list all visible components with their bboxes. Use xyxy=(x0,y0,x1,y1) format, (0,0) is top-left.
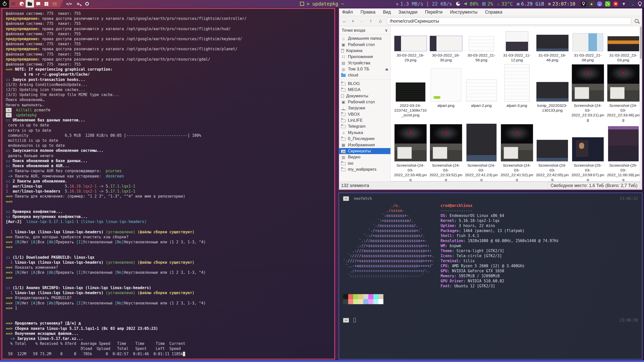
terminal-line: файловая система: 775 пакет: 755 xyxy=(6,21,331,26)
file-item[interactable]: 31-03-2022_21-08.png xyxy=(570,28,606,63)
history-dropdown[interactable]: ∨ xyxy=(351,19,355,23)
menu-item[interactable]: Файл xyxy=(342,10,353,15)
keepassxc-icon[interactable] xyxy=(581,1,586,7)
workspace-power[interactable] xyxy=(0,0,9,8)
forward-button[interactable]: → xyxy=(358,18,364,24)
network-icon: ⇅ xyxy=(396,2,399,6)
workspace-code[interactable]: </> xyxy=(64,0,73,8)
workspace-files[interactable] xyxy=(26,0,34,8)
home-button[interactable]: ⌂ xyxy=(377,18,383,24)
search-icon[interactable] xyxy=(635,19,638,23)
file-item[interactable]: ksnip_20220323-130133.png xyxy=(535,63,570,123)
sidebar-mode-select[interactable]: Точки входа ∨ xyxy=(339,27,390,35)
file-item[interactable]: 30-03-2022_21-56.png xyxy=(464,28,499,63)
file-item[interactable]: Screenshot-(24-03-2022_22:33:49).png xyxy=(393,123,428,182)
file-item[interactable]: Screenshot-(24-03-2022_22:41:23).png xyxy=(464,123,499,182)
terminal-line: :: (1/1) Анализ SRCINFO: linux-lqx (linu… xyxy=(6,285,331,290)
file-item[interactable]: alpari-3.png xyxy=(499,63,535,123)
file-item[interactable]: 30-03-2022_16-29.png xyxy=(393,28,428,63)
file-item[interactable]: Screenshot-(25-03-2022_10:59:07).png xyxy=(570,123,606,182)
sidebar-item[interactable]: LinLIFE xyxy=(339,117,390,123)
lightbulb-icon[interactable] xyxy=(637,1,642,7)
menu-item[interactable]: Инструменты xyxy=(450,10,477,15)
workspace-terminal[interactable] xyxy=(9,0,17,8)
dropbox-icon[interactable]: ▼ xyxy=(621,1,626,7)
palette-swatch xyxy=(343,299,348,304)
workspace-music[interactable] xyxy=(83,0,92,8)
sidebar-item[interactable]: Загрузки xyxy=(339,105,390,111)
terminal-line: core is up to date xyxy=(6,123,331,128)
calendar-icon: ⊞ xyxy=(548,2,551,6)
file-item[interactable]: Screenshot-(24-03-2022_22:41:52).png xyxy=(499,123,535,182)
sidebar-item[interactable]: Том 3,0 ТБ⏏ xyxy=(339,66,390,72)
menu-item[interactable]: Вид xyxy=(383,10,391,15)
sidebar-item-label: Корзина xyxy=(346,48,388,53)
workspace-image[interactable] xyxy=(51,0,59,8)
left-terminal-window[interactable]: файловая система: 775 пакет: 755предупре… xyxy=(2,8,335,359)
file-thumbnail xyxy=(466,79,497,102)
menu-item[interactable]: Справка xyxy=(485,10,502,15)
sidebar-item[interactable]: iso xyxy=(339,160,390,166)
sidebar-item[interactable]: Рабочий стол xyxy=(339,99,390,105)
workspace-chat[interactable] xyxy=(34,0,42,8)
sidebar-item[interactable]: MEGA xyxy=(339,87,390,93)
back-button[interactable]: ← xyxy=(342,18,348,24)
file-item[interactable]: Screenshot-(24-03-2022_22:33:46).png xyxy=(606,63,641,123)
workspace-windows[interactable] xyxy=(42,0,51,8)
terminal-line: community 6,5 MiB 1288 KiB/s 00:05 [----… xyxy=(6,133,331,138)
workspace-key[interactable] xyxy=(73,0,83,8)
sidebar-item[interactable]: Документы xyxy=(339,93,390,99)
bottom-terminal-window[interactable]: ~ neofetch 23:06:52 ./o. ./sssso- `:osss… xyxy=(339,193,642,359)
menu-item[interactable]: Закладки xyxy=(398,10,418,15)
sidebar-item[interactable]: my_wallpapers xyxy=(339,166,390,172)
sidebar-item[interactable]: Скриншоты xyxy=(339,148,390,154)
sidebar-item[interactable]: Telegram xyxy=(339,123,390,129)
file-item[interactable]: 31-03-2022_11-12.png xyxy=(499,28,535,63)
file-item[interactable]: 2022-03-24-223742_1308x710_scrot.png xyxy=(393,63,428,123)
variety-icon[interactable]: ◈ xyxy=(589,1,594,7)
folder-icon xyxy=(341,125,346,128)
palette-swatch xyxy=(378,299,383,304)
file-item[interactable]: 31-03-2022_23-03.png xyxy=(606,28,641,63)
nextcloud-icon[interactable]: ☁ xyxy=(597,1,602,7)
sidebar-item[interactable]: Приложения xyxy=(339,54,390,60)
sidebar-item[interactable]: Изображения xyxy=(339,142,390,148)
terminal-line: 1 linux-lqx (linux-lqx linux-lqx-headers… xyxy=(6,260,331,265)
sidebar-item[interactable]: VBOX xyxy=(339,111,390,117)
mega-icon[interactable]: M xyxy=(613,1,618,7)
sidebar-item[interactable]: Корзина xyxy=(339,48,390,54)
file-item[interactable]: Screenshot-(25-03-2022_11:00:39).png xyxy=(606,123,641,182)
menu-item[interactable]: Правка xyxy=(360,10,375,15)
sidebar-item[interactable]: cloud xyxy=(339,72,390,78)
terminal-line: ==> xyxy=(6,275,331,280)
sidebar-item[interactable]: Устройства xyxy=(339,60,390,66)
path-bar[interactable]: /home/crud/Скриншоты xyxy=(387,18,631,25)
eject-icon[interactable]: ⏏ xyxy=(385,67,388,71)
rss-feed-icon[interactable] xyxy=(605,1,610,7)
file-item[interactable]: alpari-2.png xyxy=(464,63,499,123)
scrollbar[interactable] xyxy=(639,26,642,182)
file-manager-window[interactable]: ФайлПравкаВидЗакладкиПерейтиИнструментыС… xyxy=(339,8,642,190)
file-item[interactable]: Screenshot-(24-03-2022_22:42:05).png xyxy=(535,123,570,182)
scrollbar-thumb[interactable] xyxy=(640,27,642,59)
sidebar-item[interactable]: BLOG xyxy=(339,81,390,87)
file-item[interactable]: Screenshot-(24-03-2022_22:33:21).png xyxy=(570,63,606,123)
volume-module: 80% xyxy=(464,1,478,7)
up-button[interactable]: ↑ xyxy=(368,18,374,24)
workspace-firefox[interactable] xyxy=(17,0,26,8)
file-item[interactable]: alpari.png xyxy=(428,63,464,123)
sidebar: Точки входа ∨ Домашняя папкаРабочий стол… xyxy=(339,26,391,182)
sidebar-item[interactable]: Рабочий стол xyxy=(339,41,390,48)
sidebar-item[interactable]: Видео xyxy=(339,154,390,160)
shield-icon[interactable] xyxy=(629,1,634,7)
screens-icon xyxy=(341,150,346,153)
file-item[interactable]: Screenshot-(24-03-2022_22:33:52).png xyxy=(428,123,464,182)
menu-item[interactable]: Перейти xyxy=(425,10,442,15)
sidebar-item[interactable]: 0_Последнее xyxy=(339,136,390,142)
terminal-line: :: (1/1) Downloaded PKGBUILD: linux-lqx xyxy=(6,255,331,260)
file-item[interactable]: 30-03-2022_16-30.png xyxy=(428,28,464,63)
info-line: Packages: 1464 (pacman), 13 (flatpak) xyxy=(440,228,559,233)
sidebar-item[interactable]: Домашняя папка xyxy=(339,35,390,41)
file-item[interactable]: 31-03-2022_16-46.png xyxy=(535,28,570,63)
sidebar-item[interactable]: Музыка xyxy=(339,130,390,136)
